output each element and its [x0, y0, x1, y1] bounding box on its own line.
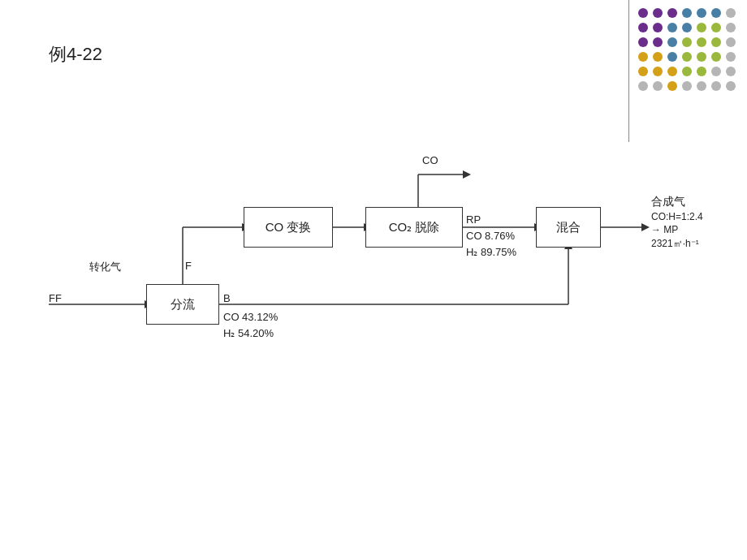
decorative-dot — [653, 81, 663, 91]
decorative-dot — [667, 8, 677, 18]
decorative-dot — [711, 8, 721, 18]
decorative-dot — [667, 37, 677, 47]
label-F: F — [185, 260, 192, 272]
synth-gas-info: 合成气 CO:H=1:2.4 → MP 2321㎥·h⁻¹ — [651, 195, 703, 251]
box-co-bianhuan: CO 变换 — [244, 207, 333, 248]
decorative-dot-grid — [638, 8, 739, 94]
decorative-dot — [682, 67, 692, 76]
decorative-dot — [697, 23, 706, 32]
box-fengliu-label: 分流 — [171, 297, 195, 312]
decorative-dot — [638, 37, 648, 47]
decorative-dot — [726, 23, 736, 32]
label-co-percent-RP: CO 8.76% — [466, 230, 515, 242]
decorative-dot — [711, 52, 721, 62]
decorative-dot — [726, 8, 736, 18]
box-co-bianhuan-label: CO 变换 — [266, 220, 312, 235]
label-B: B — [223, 292, 231, 304]
decorative-dot — [697, 81, 706, 91]
decorative-dot — [667, 81, 677, 91]
decorative-dot — [638, 81, 648, 91]
separator-line — [628, 0, 629, 142]
flow-diagram: 分流 CO 变换 CO₂ 脱除 混合 FF 转化气 F B CO 43.12% … — [49, 126, 715, 369]
decorative-dot — [697, 67, 706, 76]
label-FF: FF — [49, 292, 62, 304]
box-co2-chujie: CO₂ 脱除 — [365, 207, 463, 248]
decorative-dot — [667, 52, 677, 62]
decorative-dot — [711, 67, 721, 76]
label-h2-percent-RP: H₂ 89.75% — [466, 246, 516, 258]
decorative-dot — [711, 81, 721, 91]
flow-arrows — [49, 126, 715, 369]
box-hunhe-label: 混合 — [556, 220, 581, 235]
label-RP: RP — [466, 213, 481, 226]
svg-marker-9 — [463, 170, 471, 179]
box-co2-chujie-label: CO₂ 脱除 — [389, 220, 440, 235]
decorative-dot — [711, 37, 721, 47]
decorative-dot — [653, 52, 663, 62]
decorative-dot — [682, 52, 692, 62]
decorative-dot — [726, 37, 736, 47]
decorative-dot — [697, 52, 706, 62]
svg-marker-16 — [641, 223, 650, 231]
decorative-dot — [682, 81, 692, 91]
synth-flow: 2321㎥·h⁻¹ — [651, 237, 703, 251]
decorative-dot — [638, 67, 648, 76]
label-CO-out: CO — [422, 154, 438, 166]
decorative-dot — [697, 37, 706, 47]
decorative-dot — [667, 23, 677, 32]
box-fengliu: 分流 — [146, 284, 219, 325]
decorative-dot — [638, 23, 648, 32]
decorative-dot — [711, 23, 721, 32]
decorative-dot — [653, 8, 663, 18]
synth-title: 合成气 — [651, 195, 703, 209]
decorative-dot — [697, 8, 706, 18]
decorative-dot — [653, 67, 663, 76]
synth-ratio: CO:H=1:2.4 — [651, 211, 703, 222]
label-zhuanhuaqi: 转化气 — [89, 260, 121, 274]
decorative-dot — [653, 37, 663, 47]
decorative-dot — [682, 8, 692, 18]
decorative-dot — [653, 23, 663, 32]
box-hunhe: 混合 — [536, 207, 601, 248]
decorative-dot — [682, 37, 692, 47]
decorative-dot — [667, 67, 677, 76]
decorative-dot — [682, 23, 692, 32]
decorative-dot — [726, 81, 736, 91]
synth-MP: → MP — [651, 224, 703, 235]
decorative-dot — [726, 52, 736, 62]
decorative-dot — [638, 8, 648, 18]
decorative-dot — [726, 67, 736, 76]
label-h2-percent-B: H₂ 54.20% — [223, 327, 274, 339]
decorative-dot — [638, 52, 648, 62]
label-co-percent-B: CO 43.12% — [223, 311, 278, 323]
page-title: 例4-22 — [49, 42, 102, 67]
